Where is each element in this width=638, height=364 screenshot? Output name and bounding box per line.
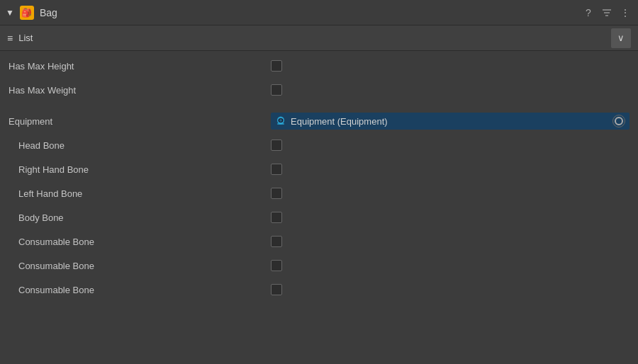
window-title: Bag [40,7,576,18]
right-hand-bone-checkbox[interactable] [271,164,282,175]
prop-row-equipment: Equipment Equipment (Equipment) [0,109,638,133]
prop-row-has-max-height: Has Max Height [0,54,638,78]
prop-row-head-bone: Head Bone [0,133,638,157]
prop-row-right-hand-bone: Right Hand Bone [0,157,638,181]
prop-row-has-max-weight: Has Max Weight [0,78,638,102]
list-icon: ≡ [7,33,13,44]
consumable-bone-2-checkbox[interactable] [271,260,282,271]
consumable-bone-1-label: Consumable Bone [9,237,271,247]
consumable-bone-2-label: Consumable Bone [9,261,271,271]
has-max-height-checkbox[interactable] [271,60,282,72]
svg-rect-6 [277,123,284,125]
prop-row-consumable-bone-3: Consumable Bone [0,278,638,302]
filter-button[interactable] [600,6,614,20]
equipment-label: Equipment [9,116,271,127]
has-max-weight-label: Has Max Weight [9,85,271,96]
bag-icon: 🎒 [20,6,34,20]
spacer [0,102,638,109]
list-dropdown-button[interactable]: ∨ [611,28,631,48]
title-bar: ▼ 🎒 Bag ? ⋮ [0,0,638,25]
head-bone-label: Head Bone [9,140,271,151]
title-bar-actions: ? ⋮ [581,6,632,20]
head-bone-checkbox[interactable] [271,140,282,151]
consumable-bone-3-checkbox[interactable] [271,284,282,295]
equipment-reference[interactable]: Equipment (Equipment) [271,113,629,130]
help-button[interactable]: ? [581,6,595,20]
menu-button[interactable]: ⋮ [618,6,632,20]
consumable-bone-1-checkbox[interactable] [271,236,282,247]
left-hand-bone-checkbox[interactable] [271,188,282,199]
has-max-weight-checkbox[interactable] [271,84,282,96]
left-hand-bone-label: Left Hand Bone [9,188,271,199]
equipment-ref-text: Equipment (Equipment) [291,116,608,127]
right-hand-bone-label: Right Hand Bone [9,164,271,175]
list-title: List [18,33,611,43]
equipment-target-button[interactable] [612,115,625,127]
body-bone-label: Body Bone [9,212,271,223]
consumable-bone-3-label: Consumable Bone [9,285,271,295]
prop-row-body-bone: Body Bone [0,205,638,229]
prop-row-consumable-bone-1: Consumable Bone [0,229,638,254]
body-bone-checkbox[interactable] [271,212,282,223]
prop-row-left-hand-bone: Left Hand Bone [0,181,638,205]
properties-panel: Has Max Height Has Max Weight Equipment … [0,51,638,305]
has-max-height-label: Has Max Height [9,61,271,72]
title-bar-chevron[interactable]: ▼ [6,8,14,18]
equipment-ref-icon [275,115,286,127]
svg-point-5 [279,119,282,122]
list-header: ≡ List ∨ [0,25,638,51]
prop-row-consumable-bone-2: Consumable Bone [0,254,638,278]
